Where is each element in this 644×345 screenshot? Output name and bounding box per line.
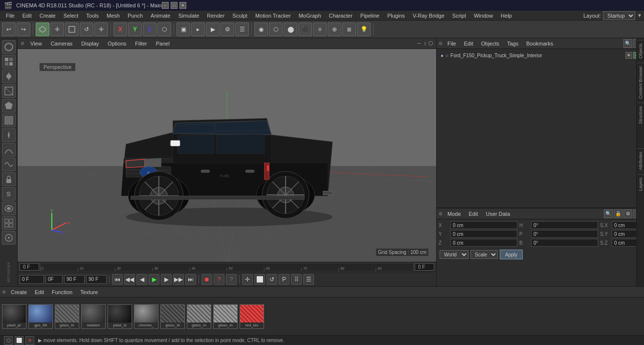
menu-plugins[interactable]: Plugins bbox=[383, 12, 409, 20]
h-input[interactable] bbox=[531, 221, 598, 229]
render-to-po-button[interactable]: ▸ bbox=[191, 23, 205, 36]
tab-content-browser[interactable]: Content Browser bbox=[637, 63, 644, 102]
layout-select[interactable]: Startup bbox=[603, 11, 635, 20]
menu-sculpt[interactable]: Sculpt bbox=[228, 12, 251, 20]
select-transport-btn[interactable]: ⬜ bbox=[254, 274, 265, 285]
objects-tags-menu[interactable]: Tags bbox=[504, 40, 521, 47]
sidebar-edge-btn[interactable] bbox=[2, 84, 16, 98]
frame-input[interactable] bbox=[20, 275, 44, 284]
redo-button[interactable]: ↪ bbox=[17, 23, 30, 36]
tab-attributes[interactable]: Attributes bbox=[637, 148, 644, 173]
material-gps-88[interactable]: gps_88 bbox=[28, 304, 53, 329]
undo-button[interactable]: ↩ bbox=[2, 23, 16, 36]
transform-button[interactable]: ✛ bbox=[94, 23, 108, 36]
go-to-end-button[interactable]: ⏭ bbox=[185, 274, 196, 285]
next-key-button[interactable]: ▶▶ bbox=[173, 274, 184, 285]
attributes-edit-menu[interactable]: Edit bbox=[466, 210, 481, 218]
prev-key-button[interactable]: ◀◀ bbox=[124, 274, 135, 285]
viewport-menu-display[interactable]: Display bbox=[78, 40, 102, 47]
render-button[interactable]: ▶ bbox=[206, 23, 220, 36]
layout-expand-icon[interactable]: ▼ bbox=[637, 13, 642, 18]
record-button[interactable]: ⏺ bbox=[201, 274, 212, 285]
move-button[interactable]: ✛ bbox=[50, 23, 64, 36]
object-item-truck[interactable]: ● ○ Ford_F150_Pickup_Truck_Simple_Interi… bbox=[439, 51, 642, 60]
menu-edit[interactable]: Edit bbox=[19, 12, 36, 20]
close-button[interactable]: ✕ bbox=[179, 2, 186, 9]
tab-objects[interactable]: Objects bbox=[637, 40, 644, 62]
viewport-menu-panel[interactable]: Panel bbox=[153, 40, 173, 47]
status-icon-2[interactable]: ⬜ bbox=[15, 336, 23, 345]
z-axis-button[interactable]: Z bbox=[143, 23, 156, 36]
floor-button[interactable]: ≡ bbox=[313, 23, 327, 36]
timeline-rec-btn[interactable]: P bbox=[279, 274, 289, 285]
step-input[interactable] bbox=[86, 275, 107, 284]
hair-button[interactable]: ≣ bbox=[342, 23, 356, 36]
p-input[interactable] bbox=[531, 230, 598, 238]
menu-vray[interactable]: V-Ray Bridge bbox=[409, 12, 448, 20]
help-button[interactable]: ? bbox=[214, 274, 224, 285]
tab-layers[interactable]: Layers bbox=[637, 174, 644, 194]
world-space-select[interactable]: World Object bbox=[440, 250, 468, 259]
sidebar-polygon-btn[interactable] bbox=[2, 99, 16, 113]
render-region-button[interactable]: ▣ bbox=[177, 23, 190, 36]
deformer-button[interactable]: ⬛ bbox=[298, 23, 312, 36]
material-radiator[interactable]: radiator bbox=[81, 304, 106, 329]
material-create-menu[interactable]: Create bbox=[8, 288, 30, 296]
material-glass-bl[interactable]: glass_bl bbox=[160, 304, 185, 329]
go-to-start-button[interactable]: ⏮ bbox=[112, 274, 123, 285]
sidebar-lock-btn[interactable] bbox=[2, 172, 16, 186]
scale-mode-select[interactable]: Scale Size bbox=[470, 250, 498, 259]
attr-settings-btn[interactable]: ⚙ bbox=[623, 209, 632, 218]
menu-motion-tracker[interactable]: Motion Tracker bbox=[251, 12, 295, 20]
preview-start-input[interactable] bbox=[45, 275, 63, 284]
menu-tools[interactable]: Tools bbox=[82, 12, 103, 20]
menu-window[interactable]: Window bbox=[470, 12, 497, 20]
world-axis-button[interactable]: ⬡ bbox=[157, 23, 171, 36]
viewport-menu-options[interactable]: Options bbox=[105, 40, 129, 47]
nurbs-button[interactable]: ⬤ bbox=[284, 23, 297, 36]
y-pos-input[interactable] bbox=[450, 230, 517, 238]
key-help-button[interactable]: ? bbox=[226, 274, 237, 285]
sidebar-grid-btn[interactable] bbox=[2, 216, 16, 230]
prev-frame-button[interactable]: ◀ bbox=[136, 274, 147, 285]
scale-button[interactable] bbox=[65, 23, 79, 36]
sidebar-checker-btn[interactable] bbox=[2, 55, 16, 69]
x-axis-button[interactable]: X bbox=[113, 23, 127, 36]
material-function-menu[interactable]: Function bbox=[49, 288, 75, 296]
attributes-userdata-menu[interactable]: User Data bbox=[483, 210, 513, 218]
z-pos-input[interactable] bbox=[450, 239, 517, 247]
objects-file-menu[interactable]: File bbox=[444, 40, 459, 47]
rotate-button[interactable]: ↺ bbox=[80, 23, 93, 36]
status-icon-3[interactable]: ✕ bbox=[25, 336, 34, 345]
maximize-button[interactable]: □ bbox=[171, 2, 178, 9]
flat-view-button[interactable]: ⬡ bbox=[269, 23, 283, 36]
material-edit-menu[interactable]: Edit bbox=[32, 288, 47, 296]
menu-animate[interactable]: Animate bbox=[147, 12, 174, 20]
sidebar-sculpt-btn[interactable] bbox=[2, 202, 16, 215]
menu-simulate[interactable]: Simulate bbox=[174, 12, 203, 20]
menu-mesh[interactable]: Mesh bbox=[103, 12, 124, 20]
next-frame-button[interactable]: ▶ bbox=[161, 274, 172, 285]
sidebar-view-btn[interactable] bbox=[2, 40, 16, 54]
sidebar-smooth-btn[interactable] bbox=[2, 158, 16, 171]
material-plast-pr[interactable]: plast_pr bbox=[2, 304, 26, 329]
viewport-canvas[interactable]: Perspective bbox=[18, 49, 436, 262]
menu-pipeline[interactable]: Pipeline bbox=[356, 12, 383, 20]
play-button[interactable]: ▶ bbox=[149, 274, 159, 285]
apply-button[interactable]: Apply bbox=[500, 250, 523, 259]
move-mode-transport-btn[interactable]: ✛ bbox=[242, 274, 253, 285]
sidebar-snap-btn[interactable] bbox=[2, 231, 16, 245]
material-red-tex[interactable]: red_tex bbox=[240, 304, 264, 329]
sidebar-spline-btn[interactable] bbox=[2, 143, 16, 157]
menu-character[interactable]: Character bbox=[325, 12, 356, 20]
objects-bookmarks-menu[interactable]: Bookmarks bbox=[523, 40, 556, 47]
material-chrome[interactable]: chrome_ bbox=[134, 304, 158, 329]
timeline-view-btn[interactable]: ☰ bbox=[303, 274, 314, 285]
sidebar-knife-btn[interactable] bbox=[2, 128, 16, 142]
menu-script[interactable]: Script bbox=[448, 12, 470, 20]
sidebar-point-btn[interactable] bbox=[2, 69, 16, 83]
light-button[interactable]: 💡 bbox=[357, 23, 371, 36]
attributes-mode-menu[interactable]: Mode bbox=[444, 210, 464, 218]
minimize-button[interactable]: − bbox=[162, 2, 169, 9]
menu-help[interactable]: Help bbox=[497, 12, 516, 20]
